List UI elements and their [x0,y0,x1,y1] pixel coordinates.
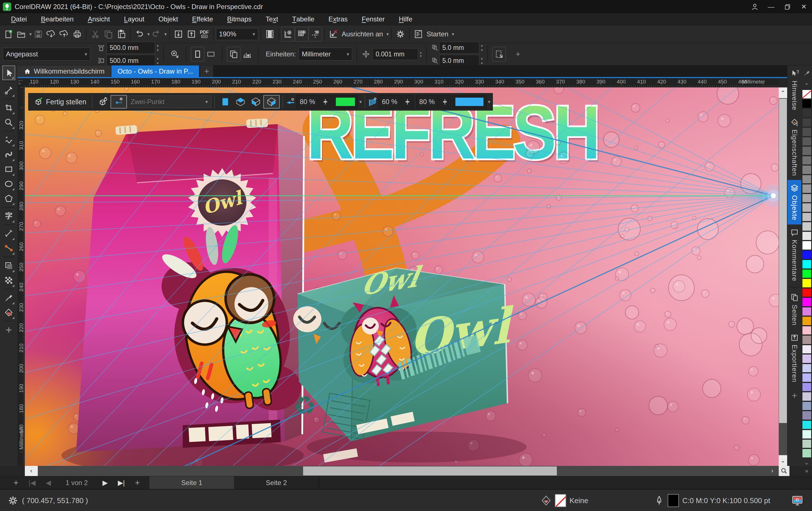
page-height-field[interactable]: 500.0 mm [107,55,155,66]
palette-swatch-00ff2a[interactable] [802,269,811,278]
previous-page-button[interactable]: ◀ [40,476,56,489]
account-icon[interactable] [747,0,763,13]
grid-color-swatch[interactable] [333,95,358,108]
menu-objekt[interactable]: Objekt [151,13,185,25]
palette-swatch-999999[interactable] [802,184,811,193]
text-tool[interactable]: 字 [2,209,15,223]
drawing-canvas[interactable]: REFRESH REFRESH Owl [25,87,779,466]
palette-swatch-00ffff[interactable] [802,260,811,269]
page-preset-combo[interactable]: Angepasst▾ [3,48,90,61]
redo-button[interactable] [150,27,163,41]
extents-opacity-slider[interactable] [439,95,451,108]
docker-tab-kommentare[interactable]: Kommentare [787,225,802,285]
print-button[interactable] [71,27,84,41]
plane-right-button[interactable] [263,95,280,109]
scroll-down-button[interactable]: ⌄ [779,455,787,466]
palette-swatch-333333[interactable] [802,109,811,118]
palette-swatch-cdc8dc[interactable] [802,392,811,401]
fill-status[interactable]: Keine [541,489,588,511]
first-page-button[interactable]: |◀ [24,476,41,489]
zoom-tool[interactable] [2,115,15,130]
artistic-media-tool[interactable] [2,147,15,162]
duplicate-y-spinner[interactable]: ▾▴ [481,57,483,64]
duplicate-x-spinner[interactable]: ▾▴ [481,44,483,51]
palette-swatch-bcd2c2[interactable] [802,439,811,448]
launcher-icon[interactable] [412,27,425,41]
line-opacity-field[interactable]: 60 % [379,95,400,108]
shape-tool[interactable] [2,83,15,97]
plane-top-button[interactable] [233,95,248,109]
docker-tab-objekte[interactable]: Objekte [787,180,802,225]
palette-expand[interactable]: » [805,467,808,475]
line-opacity-slider[interactable] [402,95,413,108]
menu-extras[interactable]: Extras [321,13,355,25]
portrait-button[interactable] [191,47,204,61]
perspective-type-combo[interactable]: Zwei-Punkt▾ [127,95,211,108]
duplicate-x-field[interactable]: 5.0 mm [439,42,479,54]
palette-swatch-808080[interactable] [802,165,811,174]
palette-swatch-8e89ad[interactable] [802,411,811,420]
scroll-right-button[interactable]: › [766,466,779,476]
all-pages-button[interactable] [227,47,240,61]
horizontal-ruler[interactable]: Millimeter 11012013014015016017018019020… [25,78,779,87]
palette-swatch-a6a6a6[interactable] [802,194,811,203]
show-grid-button[interactable] [295,27,309,41]
palette-swatch-dcfcf4[interactable] [802,430,811,439]
units-combo[interactable]: Millimeter▾ [298,48,352,61]
line-color-dropdown[interactable]: ▾ [488,99,491,105]
palette-swatch-ffffff[interactable] [802,241,811,250]
open-button[interactable] [14,27,28,41]
menu-effekte[interactable]: Effekte [185,13,220,25]
copy-button[interactable] [102,27,115,41]
ruler-origin[interactable] [18,78,25,87]
menu-hilfe[interactable]: Hilfe [392,13,419,25]
palette-swatch-595959[interactable] [802,137,811,146]
snap-to-dropdown[interactable]: ▾ [386,31,389,37]
duplicate-y-field[interactable]: 5.0 mm [439,55,479,66]
line-color-swatch[interactable] [453,95,486,108]
next-page-button[interactable]: ▶ [97,476,113,489]
palette-swatch-a393f0[interactable] [802,383,811,392]
status-gear-icon[interactable] [7,495,19,506]
undo-button[interactable] [133,27,146,41]
extents-opacity-field[interactable]: 80 % [416,95,438,108]
palette-swatch-e6e6e6[interactable] [802,231,811,240]
palette-swatch-22e5ee[interactable] [802,421,811,429]
pan-zoom-corner-button[interactable] [779,466,789,476]
plane-left-button[interactable] [248,95,263,109]
palette-swatch-efe9f5[interactable] [802,345,811,354]
menu-fenster[interactable]: Fenster [355,13,392,25]
lock-perspective-button[interactable] [95,95,111,109]
palette-swatch-ff0a0a[interactable] [802,288,811,297]
palette-swatch-737373[interactable] [802,156,811,165]
grid-color-dropdown[interactable]: ▾ [359,99,362,105]
palette-eyedropper-icon[interactable] [803,65,810,81]
docker-tab-seiten[interactable]: Seiten [787,289,802,330]
pick-tool[interactable] [2,65,15,80]
publish-pdf-button[interactable]: PDF [198,27,211,41]
docker-tab-hinweise[interactable]: ?Hinweise [787,65,802,114]
palette-swatch-b3b3b3[interactable] [802,203,811,212]
menu-text[interactable]: Text [259,13,285,25]
show-rulers-button[interactable] [281,27,295,41]
minimize-button[interactable]: — [763,0,779,13]
page-width-spinner[interactable]: ▾▴ [157,44,159,51]
docker-tab-exportieren[interactable]: Exportieren [787,330,802,386]
redo-dropdown[interactable]: ▾ [164,31,167,37]
add-docker-button[interactable]: + [787,386,802,405]
palette-swatch-ab9396[interactable] [802,335,811,344]
menu-tabelle[interactable]: Tabelle [285,13,321,25]
page-tab-seite-1[interactable]: Seite 1 [149,476,234,489]
menu-bearbeiten[interactable]: Bearbeiten [34,13,81,25]
add-page-button-left[interactable]: + [8,476,24,489]
menu-ansicht[interactable]: Ansicht [81,13,117,25]
palette-swatch-cccccc[interactable] [802,222,811,231]
connector-tool[interactable] [2,241,15,256]
docker-tab-eigenschaften[interactable]: Eigenschaften [787,114,802,180]
palette-swatch-dd7ee0[interactable] [802,307,811,316]
vertical-scroll-thumb[interactable] [779,99,787,423]
ellipse-tool[interactable] [2,176,15,191]
scale-factor-button[interactable] [168,47,181,61]
horizontal-scrollbar[interactable]: ‹ › [25,466,779,476]
palette-swatch-8c8c8c[interactable] [802,175,811,184]
